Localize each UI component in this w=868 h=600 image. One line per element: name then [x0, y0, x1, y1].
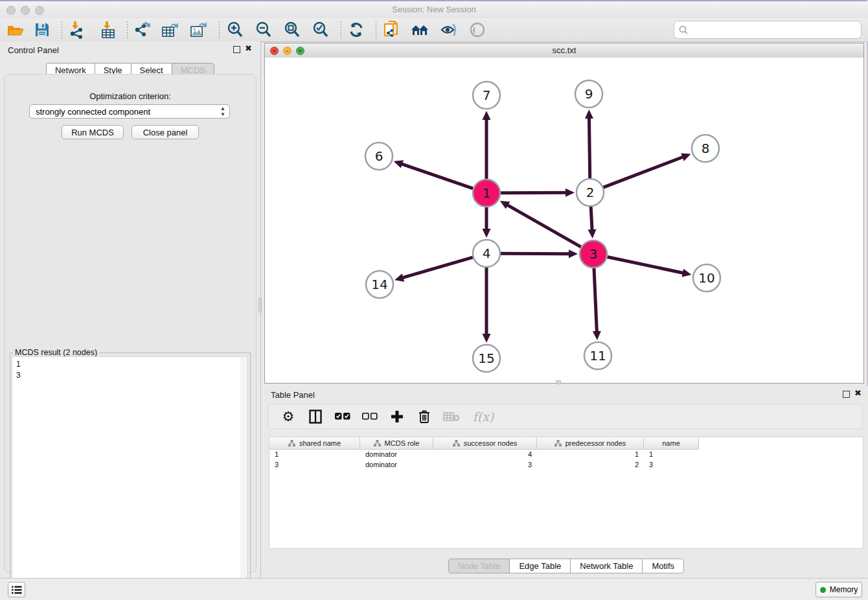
graph-edge-2-8[interactable]: [604, 156, 685, 187]
graph-node-label: 8: [702, 141, 710, 156]
show-all-button[interactable]: [468, 20, 487, 40]
export-image-button[interactable]: [189, 20, 209, 40]
network-window-titlebar[interactable]: scc.txt ✕ − +: [265, 43, 863, 58]
cell-mcds-role: dominator: [360, 450, 433, 460]
mcds-panel: Optimization criterion: strongly connect…: [4, 74, 257, 573]
graph-node-label: 9: [585, 86, 593, 102]
tab-network-table[interactable]: Network Table: [570, 559, 642, 573]
node-table[interactable]: shared name MCDS role successor nodes pr…: [269, 437, 863, 549]
graph-edge-2-9[interactable]: [589, 117, 589, 178]
table-options-button[interactable]: ⚙: [279, 408, 297, 426]
clone-network-icon: [383, 20, 401, 40]
graph-edge-arrowhead: [483, 229, 491, 238]
table-tabs: Node Table Edge Table Network Table Moti…: [264, 559, 868, 573]
criterion-select[interactable]: strongly connected component ▲▼: [29, 104, 230, 119]
control-panel: Control Panel ✖ Network Style Select MCD…: [0, 41, 261, 578]
graph-edge-4-14[interactable]: [402, 257, 473, 278]
tab-node-table[interactable]: Node Table: [448, 559, 510, 573]
graph-edge-arrowhead: [483, 111, 491, 120]
graph-node-label: 3: [589, 246, 598, 262]
graph-edge-4-3[interactable]: [501, 253, 571, 254]
control-panel-header: Control Panel ✖: [0, 41, 260, 58]
toolbar-separator: [127, 21, 128, 38]
minimize-window-button[interactable]: [21, 6, 30, 15]
checked-boxes-icon: [335, 413, 350, 421]
network-graph[interactable]: 7968124314101511: [265, 58, 863, 383]
run-mcds-button[interactable]: Run MCDS: [62, 125, 124, 139]
select-all-button[interactable]: [334, 408, 352, 426]
new-network-from-selection-button[interactable]: [382, 20, 402, 40]
import-network-icon: [69, 21, 86, 39]
network-maximize-button[interactable]: +: [296, 47, 304, 55]
graph-edge-arrowhead: [588, 229, 597, 238]
vertical-splitter-handle[interactable]: [258, 298, 262, 312]
graph-node-label: 7: [483, 87, 491, 103]
save-floppy-icon: [34, 22, 50, 38]
result-scrollbar[interactable]: [240, 358, 246, 598]
delete-columns-button[interactable]: [415, 408, 433, 426]
table-panel-title: Table Panel: [271, 390, 315, 400]
horizontal-splitter-handle[interactable]: [556, 380, 561, 384]
open-session-button[interactable]: [5, 20, 25, 40]
float-panel-icon[interactable]: [233, 46, 240, 53]
graph-edge-3-10[interactable]: [608, 257, 685, 273]
zoom-window-button[interactable]: [35, 6, 44, 15]
export-table-button[interactable]: [161, 20, 180, 40]
graph-edge-2-3[interactable]: [591, 207, 592, 231]
close-window-button[interactable]: [6, 6, 16, 15]
tab-edge-table[interactable]: Edge Table: [509, 559, 570, 573]
column-header-shared-name[interactable]: shared name: [269, 437, 360, 450]
zoom-selected-button[interactable]: [311, 20, 330, 40]
save-session-button[interactable]: [32, 20, 52, 40]
import-table-button[interactable]: [98, 20, 118, 40]
export-network-button[interactable]: [132, 20, 152, 40]
zoom-out-button[interactable]: [254, 20, 273, 40]
task-history-button[interactable]: [8, 582, 25, 597]
column-type-icon: [453, 440, 460, 446]
column-header-mcds-role[interactable]: MCDS role: [360, 437, 433, 450]
zoom-in-button[interactable]: [225, 20, 245, 40]
hide-selected-button[interactable]: [439, 20, 459, 40]
window-title: Session: New Session: [0, 1, 868, 18]
graph-edge-3-11[interactable]: [594, 268, 597, 333]
delete-table-button[interactable]: [442, 408, 461, 426]
close-table-panel-icon[interactable]: ✖: [854, 389, 862, 398]
open-folder-icon: [6, 22, 23, 38]
search-field[interactable]: [674, 21, 862, 39]
column-header-predecessor-nodes[interactable]: predecessor nodes: [537, 437, 644, 450]
column-header-name[interactable]: name: [644, 437, 699, 450]
apply-layout-button[interactable]: [347, 20, 366, 40]
graph-edge-3-1[interactable]: [506, 204, 580, 247]
clear-selection-button[interactable]: [361, 408, 379, 426]
table-panel: Table Panel ✖ ⚙: [264, 386, 868, 578]
function-builder-button[interactable]: f(x): [470, 408, 497, 426]
zoom-fit-button[interactable]: [282, 20, 302, 40]
graph-node-label: 11: [589, 348, 606, 363]
network-minimize-button[interactable]: −: [283, 47, 291, 55]
search-input[interactable]: [691, 23, 861, 37]
column-type-icon: [374, 440, 381, 446]
create-column-button[interactable]: [388, 408, 406, 426]
first-neighbors-button[interactable]: [411, 20, 430, 40]
mcds-result-list[interactable]: 1 3: [12, 356, 247, 598]
network-canvas[interactable]: 7968124314101511: [265, 58, 863, 383]
close-panel-button[interactable]: Close panel: [131, 125, 199, 139]
toolbar-separator: [62, 21, 62, 38]
show-column-button[interactable]: [306, 408, 325, 426]
import-network-button[interactable]: [67, 20, 87, 40]
table-row[interactable]: 1 dominator 4 1 1: [269, 450, 863, 460]
graph-edge-1-2[interactable]: [501, 192, 567, 193]
memory-button[interactable]: Memory: [816, 582, 862, 597]
criterion-value: strongly connected component: [36, 107, 150, 117]
network-close-button[interactable]: ✕: [270, 47, 279, 55]
table-row[interactable]: 3 dominator 3 2 3: [269, 460, 863, 470]
graph-node-label: 15: [478, 351, 494, 366]
float-table-panel-icon[interactable]: [843, 391, 850, 398]
export-image-icon: [190, 21, 208, 39]
column-header-successor-nodes[interactable]: successor nodes: [433, 437, 537, 450]
tab-motifs[interactable]: Motifs: [642, 559, 684, 573]
column-label: successor nodes: [464, 439, 518, 447]
graph-edge-1-6[interactable]: [400, 163, 473, 188]
close-panel-icon[interactable]: ✖: [245, 44, 252, 53]
fx-icon: f(x): [473, 410, 494, 424]
